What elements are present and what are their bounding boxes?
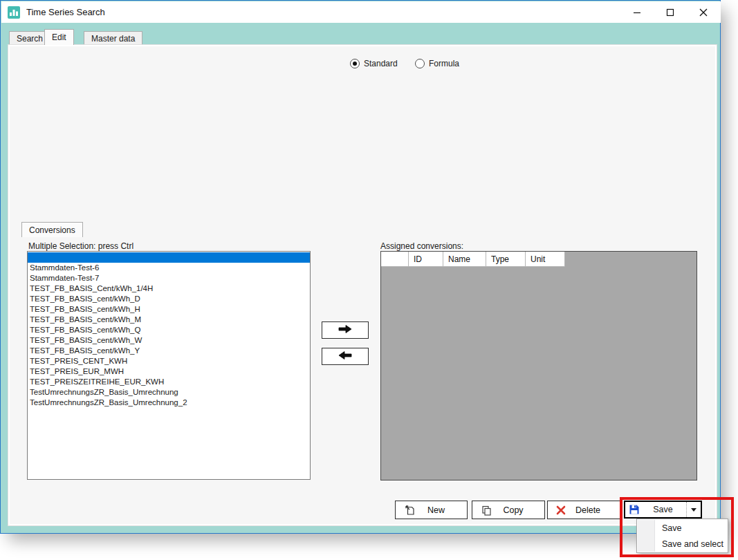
list-item[interactable]: TEST_FB_BASIS_Cent/kWh_1/4H (28, 283, 310, 294)
copy-button-label: Copy (492, 505, 535, 515)
app-icon (8, 6, 20, 19)
app-window: Time Series Search Search Edit Master da… (0, 0, 721, 534)
window-controls (629, 1, 711, 23)
titlebar: Time Series Search (1, 1, 721, 23)
tab-edit[interactable]: Edit (44, 29, 74, 45)
tab-conversions[interactable]: Conversions (21, 222, 83, 237)
tab-master-data[interactable]: Master data (84, 31, 142, 45)
unassign-left-button[interactable] (322, 348, 369, 365)
menu-item-save-and-select[interactable]: Save and select (662, 537, 723, 552)
radio-standard[interactable]: Standard (347, 59, 401, 68)
list-item[interactable]: TEST_FB_BASIS_cent/kWh_W (28, 335, 310, 346)
delete-button[interactable]: Delete (547, 501, 620, 519)
screenshot-canvas: Time Series Search Search Edit Master da… (0, 0, 738, 560)
list-item[interactable]: Stammdaten-Test-7 (28, 273, 310, 283)
caret-down-icon (691, 508, 697, 512)
maximize-icon[interactable] (663, 5, 678, 20)
copy-button[interactable]: Copy (472, 501, 545, 519)
list-item[interactable]: TEST_PREIS_EUR_MWH (28, 366, 310, 377)
radio-standard-icon (350, 59, 360, 68)
assigned-conversions-grid[interactable]: ID Name Type Unit (380, 251, 697, 480)
grid-header-id[interactable]: ID (409, 252, 443, 267)
multiple-selection-hint: Multiple Selection: press Ctrl (28, 241, 133, 251)
list-item[interactable]: Stammdaten-Test-6 (28, 263, 310, 273)
list-item[interactable]: TEST_FB_BASIS_cent/kWh_D (28, 294, 310, 304)
list-item[interactable]: TEST_PREIS_CENT_KWH (28, 356, 310, 366)
save-floppy-icon (629, 504, 640, 515)
arrow-left-icon (338, 351, 353, 362)
list-item[interactable]: TEST_FB_BASIS_cent/kWh_M (28, 315, 310, 325)
grid-header-rowselector[interactable] (381, 252, 409, 267)
list-item[interactable]: TEST_FB_BASIS_cent/kWh_Q (28, 325, 310, 335)
copy-icon (481, 505, 492, 516)
list-item[interactable]: TEST_FB_BASIS_cent/kWh_H (28, 304, 310, 315)
radio-formula[interactable]: Formula (412, 59, 463, 68)
list-item[interactable]: TEST_PREISZEITREIHE_EUR_KWH (28, 377, 310, 387)
menu-item-save[interactable]: Save (662, 521, 682, 536)
radio-formula-icon (415, 59, 425, 68)
assigned-conversions-label: Assigned conversions: (380, 241, 463, 251)
tab-conversions-label: Conversions (29, 225, 75, 235)
delete-button-label: Delete (566, 505, 610, 515)
available-conversions-listbox[interactable]: Stammdaten-Test-6 Stammdaten-Test-7 TEST… (27, 251, 311, 480)
save-dropdown-toggle[interactable] (686, 502, 701, 517)
delete-x-icon (556, 505, 566, 515)
tab-edit-label: Edit (52, 32, 66, 42)
save-split-button[interactable]: Save (624, 501, 702, 519)
grid-header-unit[interactable]: Unit (526, 252, 565, 267)
radio-formula-label: Formula (429, 59, 459, 68)
list-item[interactable]: TestUmrechnungsZR_Basis_Umrechnung_2 (28, 398, 310, 408)
menu-icon-gutter (638, 520, 655, 552)
grid-header-name[interactable]: Name (443, 252, 486, 267)
tab-master-data-label: Master data (91, 34, 135, 44)
grid-header-type[interactable]: Type (486, 252, 526, 267)
minimize-icon[interactable] (629, 5, 645, 20)
save-button-label: Save (640, 505, 686, 514)
new-button[interactable]: New (395, 501, 468, 519)
window-title: Time Series Search (26, 7, 105, 17)
arrow-right-icon (338, 324, 353, 336)
close-icon[interactable] (696, 5, 711, 20)
new-document-icon (404, 505, 415, 516)
assign-right-button[interactable] (322, 321, 369, 339)
list-item[interactable] (28, 252, 310, 263)
save-dropdown-menu: Save Save and select (636, 519, 728, 553)
radio-standard-label: Standard (364, 59, 398, 68)
tab-search-label: Search (17, 34, 43, 44)
list-item[interactable]: TestUmrechnungsZR_Basis_Umrechnung (28, 387, 310, 398)
grid-header-row: ID Name Type Unit (381, 252, 697, 267)
list-item[interactable]: TEST_FB_BASIS_cent/kWh_Y (28, 346, 310, 356)
new-button-label: New (415, 505, 457, 515)
